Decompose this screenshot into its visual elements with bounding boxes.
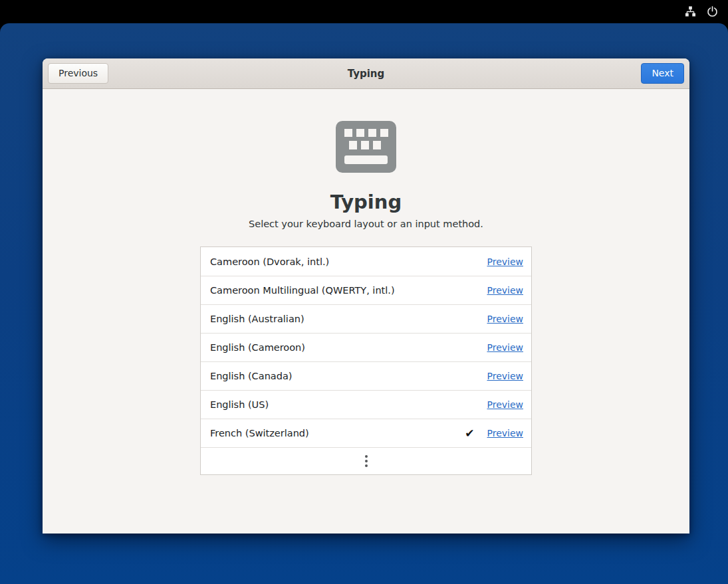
window-title: Typing — [43, 68, 689, 80]
initial-setup-window: Previous Typing Next Typing Select your … — [43, 58, 689, 534]
layout-label: English (Canada) — [209, 371, 487, 381]
preview-link[interactable]: Preview — [487, 256, 524, 267]
layout-row[interactable]: French (Switzerland) ✔ Preview — [201, 419, 531, 447]
window-headerbar: Previous Typing Next — [43, 58, 689, 89]
layout-label: English (Australian) — [209, 314, 487, 324]
preview-link[interactable]: Preview — [487, 342, 524, 353]
layout-row[interactable]: Cameroon Multilingual (QWERTY, intl.) ✔ … — [201, 276, 531, 304]
layout-row[interactable]: English (Canada) ✔ Preview — [201, 361, 531, 390]
layout-row[interactable]: English (US) ✔ Preview — [201, 390, 531, 419]
layout-row[interactable]: English (Cameroon) ✔ Preview — [201, 333, 531, 361]
typing-page: Typing Select your keyboard layout or an… — [43, 89, 689, 534]
layout-row[interactable]: English (Australian) ✔ Preview — [201, 304, 531, 333]
layout-label: English (Cameroon) — [209, 342, 487, 353]
layout-label: Cameroon (Dvorak, intl.) — [209, 256, 487, 267]
layout-label: French (Switzerland) — [209, 428, 465, 438]
layout-label: Cameroon Multilingual (QWERTY, intl.) — [209, 285, 487, 296]
preview-link[interactable]: Preview — [487, 371, 524, 381]
page-subtitle: Select your keyboard layout or an input … — [249, 219, 483, 229]
preview-link[interactable]: Preview — [487, 399, 524, 410]
page-title: Typing — [330, 191, 402, 213]
keyboard-icon — [336, 121, 396, 175]
system-top-bar — [0, 0, 728, 23]
power-icon[interactable] — [706, 5, 719, 18]
vertical-ellipsis-icon — [365, 455, 368, 467]
keyboard-layout-list: Cameroon (Dvorak, intl.) ✔ Preview Camer… — [200, 246, 532, 475]
network-wired-icon[interactable] — [684, 5, 697, 18]
layout-row[interactable]: Cameroon (Dvorak, intl.) ✔ Preview — [201, 247, 531, 276]
check-icon: ✔ — [465, 428, 474, 439]
preview-link[interactable]: Preview — [487, 428, 524, 438]
preview-link[interactable]: Preview — [487, 314, 524, 324]
next-button[interactable]: Next — [641, 63, 684, 84]
layout-label: English (US) — [209, 399, 487, 410]
preview-link[interactable]: Preview — [487, 285, 524, 296]
previous-button[interactable]: Previous — [48, 63, 108, 84]
show-more-row[interactable] — [201, 447, 531, 474]
